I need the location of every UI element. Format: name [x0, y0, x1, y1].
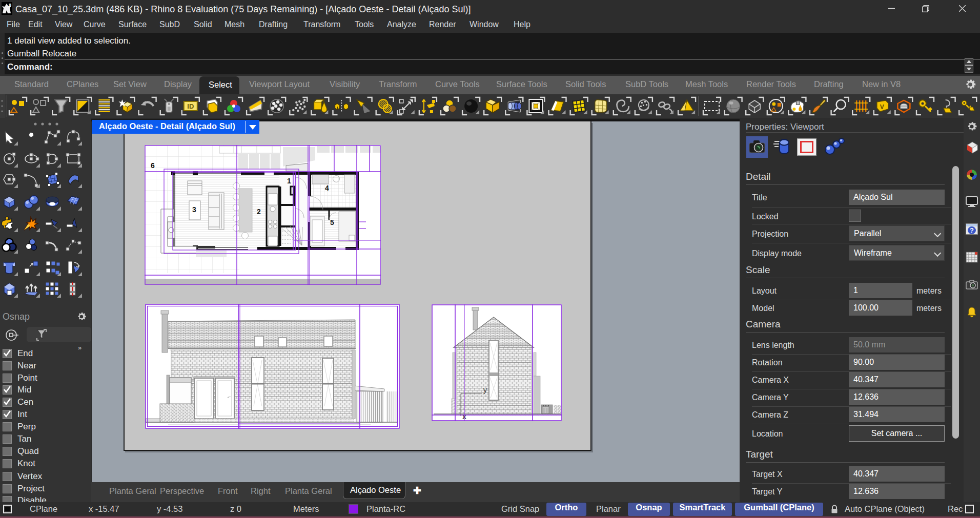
- svg-text:8: 8: [9, 3, 11, 8]
- svg-text:ID: ID: [187, 102, 194, 110]
- svg-text:6: 6: [151, 161, 155, 170]
- svg-text:3: 3: [192, 205, 196, 214]
- svg-text:5: 5: [330, 218, 334, 226]
- svg-text:y: y: [483, 386, 487, 394]
- svg-text:2: 2: [257, 208, 261, 216]
- svg-text:1: 1: [287, 177, 291, 185]
- svg-text:V: V: [880, 103, 884, 111]
- svg-text:4: 4: [325, 184, 329, 192]
